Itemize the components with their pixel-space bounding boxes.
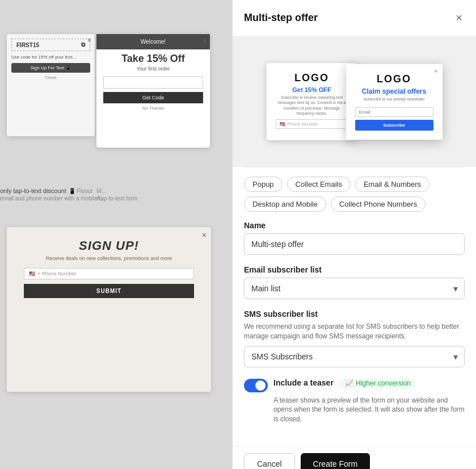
- tag-collect-emails[interactable]: Collect Emails: [287, 177, 351, 192]
- teaser-toggle[interactable]: [244, 379, 268, 392]
- preview-tagline-1: Get 15% OFF: [276, 86, 348, 93]
- email-list-select[interactable]: Main list: [244, 278, 465, 299]
- panel-header: Multi-step offer ×: [233, 0, 476, 36]
- card1-close-text: Close: [11, 75, 90, 80]
- cancel-button[interactable]: Cancel: [244, 453, 295, 469]
- card3-close-icon: ×: [202, 231, 207, 240]
- sms-list-select-wrapper: SMS Subscribers ▾: [244, 346, 465, 367]
- teaser-slider: [244, 379, 268, 392]
- card2-title: Take 15% Off: [96, 49, 210, 66]
- card2-thanks: No Thanks: [96, 106, 210, 111]
- email-list-select-wrapper: Main list ▾: [244, 278, 465, 299]
- card3-sub: Receive deals on new collections, promot…: [7, 256, 211, 261]
- teaser-label: Include a teaser: [273, 378, 334, 387]
- card2-close-icon: ×: [203, 36, 207, 44]
- card-label-1: only tap-to-text discount 📱 Flyout email…: [0, 187, 137, 202]
- badge-text: Higher conversion: [356, 379, 411, 387]
- close-button[interactable]: ×: [453, 9, 465, 27]
- tag-collect-phone[interactable]: Collect Phone Numbers: [331, 196, 426, 212]
- teaser-toggle-row: Include a teaser 📈 Higher conversion: [244, 378, 465, 392]
- tags-area: Popup Collect Emails Email & Numbers Des…: [233, 168, 476, 216]
- preview-phone-input: 🇺🇸 Phone Number: [276, 119, 348, 129]
- preview-subtitle-2: Subscribe to our weekly newsletter: [355, 97, 433, 101]
- sms-list-select[interactable]: SMS Subscribers: [244, 346, 465, 367]
- teaser-badge: 📈 Higher conversion: [339, 378, 416, 388]
- card3-phone-input: 🇺🇸 + Phone Number: [24, 268, 194, 279]
- card1-btn: Sign Up For Text 📱: [11, 63, 90, 73]
- form-area: Name Email subscriber list Main list ▾ S…: [233, 216, 476, 446]
- card1-desc: Use code for 15% off your first...: [11, 55, 90, 60]
- preview-popup-2: × LOGO Claim special offers Subscribe to…: [346, 64, 443, 140]
- tag-email-numbers[interactable]: Email & Numbers: [355, 177, 429, 192]
- background-area: × FIRST15 ⧉ Use code for 15% off your fi…: [0, 0, 233, 469]
- sms-list-label: SMS subscriber list: [244, 309, 465, 319]
- preview-popup-1: × LOGO Get 15% OFF Subscribe to receive …: [267, 63, 357, 140]
- card2-header: Welcome!: [96, 34, 210, 49]
- email-list-label: Email subscriber list: [244, 265, 465, 274]
- card-label-2: M... A...: [96, 187, 107, 202]
- card2-input: [103, 76, 203, 89]
- panel-title: Multi-step offer: [244, 12, 318, 24]
- name-input[interactable]: [244, 233, 465, 255]
- teaser-desc: A teaser shows a preview of the form on …: [273, 396, 465, 424]
- email-list-field-group: Email subscriber list Main list ▾: [244, 265, 465, 299]
- card3-title: SIGN UP!: [7, 227, 211, 256]
- create-form-button[interactable]: Create Form: [301, 453, 370, 469]
- teaser-label-area: Include a teaser 📈 Higher conversion: [273, 378, 416, 388]
- preview-subscribe-text: Subscribe to receive marketing text mess…: [276, 95, 348, 115]
- badge-icon: 📈: [345, 379, 353, 387]
- card1-code: FIRST15 ⧉: [11, 39, 90, 51]
- preview-email-input: [355, 107, 433, 117]
- name-label: Name: [244, 221, 465, 230]
- bg-card-1: × FIRST15 ⧉ Use code for 15% off your fi…: [7, 34, 95, 136]
- tag-desktop-mobile[interactable]: Desktop and Mobile: [244, 196, 326, 212]
- tag-popup[interactable]: Popup: [244, 177, 283, 192]
- footer-buttons: Cancel Create Form: [233, 446, 476, 469]
- name-field-group: Name: [244, 221, 465, 255]
- bg-card-2: × Welcome! Take 15% Off Your first order…: [96, 34, 210, 148]
- preview-logo-1: LOGO: [276, 72, 348, 84]
- preview-tagline-2: Claim special offers: [355, 87, 433, 95]
- preview-area: × LOGO Get 15% OFF Subscribe to receive …: [233, 36, 476, 167]
- panel: Multi-step offer × × LOGO Get 15% OFF Su…: [232, 0, 476, 469]
- sms-list-desc: We recommend using a separate list for S…: [244, 322, 465, 341]
- card2-btn: Get Code: [103, 92, 203, 103]
- preview-logo-2: LOGO: [355, 73, 433, 85]
- card3-submit-btn: SUBMIT: [24, 284, 194, 298]
- card1-close-icon: ×: [87, 36, 91, 44]
- preview-popup2-close-icon: ×: [434, 68, 437, 74]
- card2-sub: Your first order: [96, 66, 210, 72]
- sms-list-field-group: SMS subscriber list We recommend using a…: [244, 309, 465, 367]
- preview-subscribe-btn: Subscribe: [355, 120, 433, 131]
- bg-card-3: × SIGN UP! Receive deals on new collecti…: [7, 227, 211, 392]
- teaser-field-group: Include a teaser 📈 Higher conversion A t…: [244, 378, 465, 424]
